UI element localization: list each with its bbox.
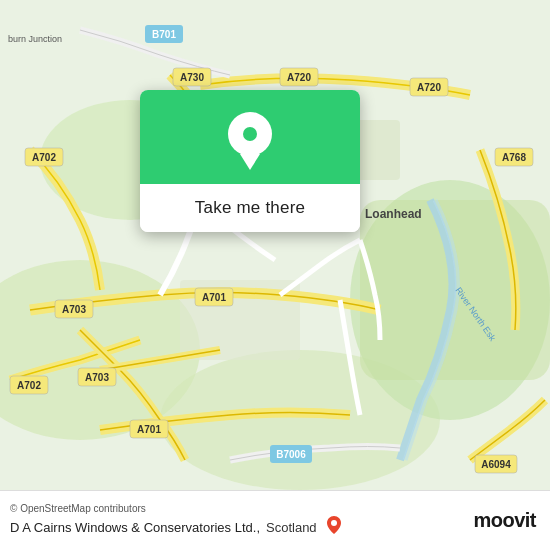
bottom-bar: © OpenStreetMap contributors D A Cairns … [0,490,550,550]
map-svg: B701 A702 A702 A730 A720 A720 A703 A703 … [0,0,550,490]
svg-text:A702: A702 [17,380,41,391]
moovit-pin-marker [327,516,341,538]
map-container: B701 A702 A702 A730 A720 A720 A703 A703 … [0,0,550,490]
svg-text:A6094: A6094 [481,459,511,470]
svg-text:A702: A702 [32,152,56,163]
region-name: Scotland [266,520,317,535]
location-info: D A Cairns Windows & Conservatories Ltd.… [10,516,341,538]
pin-inner-dot [243,127,257,141]
svg-text:A720: A720 [417,82,441,93]
popup-card: Take me there [140,90,360,232]
svg-text:B701: B701 [152,29,176,40]
pin-circle [228,112,272,156]
svg-text:A701: A701 [137,424,161,435]
svg-text:A730: A730 [180,72,204,83]
moovit-text: moovit [473,509,536,532]
svg-text:A703: A703 [85,372,109,383]
svg-text:A768: A768 [502,152,526,163]
loanhead-label: Loanhead [365,207,422,221]
svg-text:B7006: B7006 [276,449,306,460]
svg-text:A720: A720 [287,72,311,83]
osm-credit: © OpenStreetMap contributors [10,503,341,514]
popup-button-area[interactable]: Take me there [140,184,360,232]
popup-green-section [140,90,360,184]
junction-label: burn Junction [8,34,62,44]
moovit-logo: moovit [473,509,536,532]
svg-point-34 [331,520,337,526]
take-me-there-button[interactable]: Take me there [195,198,305,218]
map-pin-icon [228,112,272,166]
svg-text:A701: A701 [202,292,226,303]
bottom-left-info: © OpenStreetMap contributors D A Cairns … [10,503,341,538]
svg-text:A703: A703 [62,304,86,315]
location-name: D A Cairns Windows & Conservatories Ltd.… [10,520,260,535]
